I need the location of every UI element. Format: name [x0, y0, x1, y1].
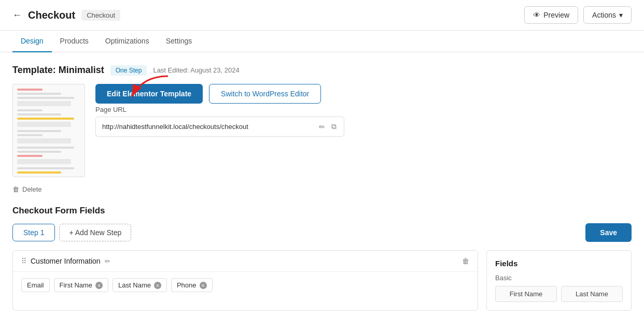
- actions-button[interactable]: Actions ▾: [583, 6, 632, 24]
- field-label-phone: Phone: [177, 281, 197, 289]
- tab-optimizations[interactable]: Optimizations: [97, 31, 158, 52]
- field-tag-firstname: First Name ×: [54, 278, 109, 292]
- form-card: ⠿ Customer Information ✏ 🗑 Email First N…: [12, 250, 478, 311]
- form-card-title: ⠿ Customer Information ✏: [21, 257, 110, 265]
- page-title: Checkout: [28, 9, 75, 21]
- fields-basic-label: Basic: [495, 274, 623, 282]
- page-url-section: Page URL http://nahidtestfunnelkit.local…: [95, 106, 344, 137]
- save-button[interactable]: Save: [585, 223, 632, 242]
- template-label: Template: Minimalist: [12, 65, 104, 76]
- fields-panel-title: Fields: [495, 259, 623, 268]
- field-option-firstname[interactable]: First Name: [495, 286, 557, 302]
- edit-url-button[interactable]: ✏: [318, 122, 326, 132]
- page-header: ← Checkout Checkout 👁 Preview Actions ▾: [0, 0, 644, 31]
- template-thumbnail: [12, 84, 85, 177]
- delete-section-button[interactable]: 🗑: [462, 257, 469, 265]
- template-header: Template: Minimalist One Step Last Edite…: [12, 65, 632, 76]
- trash-icon: 🗑: [12, 185, 19, 193]
- steps-left: Step 1 + Add New Step: [12, 224, 131, 241]
- steps-bar: Step 1 + Add New Step Save: [12, 223, 632, 242]
- drag-handle-icon: ⠿: [21, 257, 26, 265]
- form-card-body: Email First Name × Last Name × Phone ×: [13, 272, 478, 298]
- edit-section-button[interactable]: ✏: [105, 257, 110, 265]
- fields-panel: Fields Basic First Name Last Name: [486, 250, 632, 311]
- field-label-firstname: First Name: [60, 281, 93, 289]
- last-edited-text: Last Edited: August 23, 2024: [153, 66, 239, 74]
- delete-template-button[interactable]: 🗑 Delete: [12, 185, 42, 193]
- fields-grid: First Name Last Name: [495, 286, 623, 302]
- copy-url-button[interactable]: ⧉: [330, 121, 338, 132]
- template-content: Edit Elementor Template Switch to WordPr…: [12, 84, 632, 177]
- header-right: 👁 Preview Actions ▾: [524, 6, 632, 24]
- remove-phone-button[interactable]: ×: [200, 282, 207, 289]
- step1-button[interactable]: Step 1: [12, 224, 55, 241]
- remove-firstname-button[interactable]: ×: [95, 282, 103, 289]
- page-url-label: Page URL: [95, 106, 344, 113]
- actions-label: Actions: [592, 11, 616, 19]
- back-icon: ←: [12, 10, 22, 21]
- preview-label: Preview: [543, 11, 569, 19]
- template-right-panel: Edit Elementor Template Switch to WordPr…: [95, 84, 344, 137]
- preview-button[interactable]: 👁 Preview: [524, 6, 578, 24]
- header-left: ← Checkout Checkout: [12, 9, 120, 21]
- edit-elementor-button[interactable]: Edit Elementor Template: [95, 84, 203, 104]
- tab-settings[interactable]: Settings: [158, 31, 201, 52]
- main-content: Template: Minimalist One Step Last Edite…: [0, 52, 644, 323]
- one-step-badge: One Step: [110, 65, 147, 76]
- add-step-button[interactable]: + Add New Step: [59, 224, 131, 241]
- checkout-form-title: Checkout Form Fields: [12, 206, 632, 216]
- switch-wp-editor-button[interactable]: Switch to WordPress Editor: [209, 84, 321, 104]
- delete-label: Delete: [22, 185, 42, 193]
- field-option-lastname[interactable]: Last Name: [561, 286, 623, 302]
- field-tag-phone: Phone ×: [171, 278, 213, 292]
- preview-icon: 👁: [533, 11, 540, 19]
- field-tag-email: Email: [21, 278, 50, 292]
- section-name: Customer Information: [31, 257, 101, 265]
- tabs-bar: Design Products Optimizations Settings: [0, 31, 644, 52]
- tab-products[interactable]: Products: [52, 31, 97, 52]
- back-button[interactable]: ←: [12, 10, 22, 21]
- remove-lastname-button[interactable]: ×: [154, 282, 161, 289]
- tab-design[interactable]: Design: [12, 31, 52, 52]
- editor-buttons: Edit Elementor Template Switch to WordPr…: [95, 84, 344, 104]
- field-label-email: Email: [27, 281, 44, 289]
- chevron-down-icon: ▾: [619, 11, 623, 19]
- page-url-value: http://nahidtestfunnelkit.local/checkout…: [102, 123, 314, 131]
- field-tag-lastname: Last Name ×: [113, 278, 167, 292]
- form-card-header: ⠿ Customer Information ✏ 🗑: [13, 251, 478, 272]
- breadcrumb-badge: Checkout: [81, 10, 120, 21]
- page-url-field: http://nahidtestfunnelkit.local/checkout…: [95, 117, 344, 137]
- form-panel-container: ⠿ Customer Information ✏ 🗑 Email First N…: [12, 250, 632, 311]
- field-label-lastname: Last Name: [118, 281, 151, 289]
